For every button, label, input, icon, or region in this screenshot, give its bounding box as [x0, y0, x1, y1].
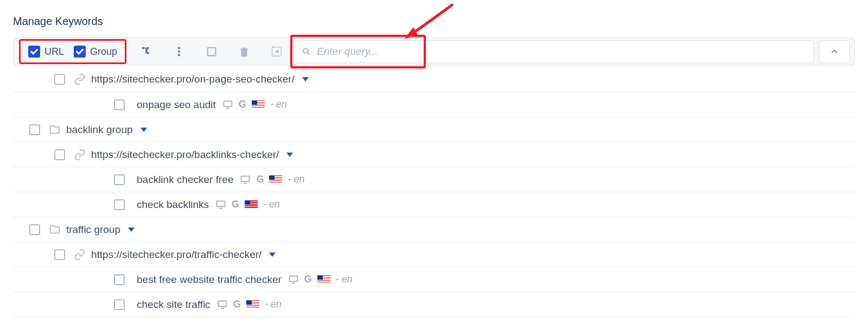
svg-rect-2 — [142, 47, 144, 49]
keyword-text: check site traffic — [137, 299, 210, 311]
row-checkbox[interactable] — [114, 199, 125, 210]
url-row[interactable]: https://sitechecker.pro/backlinks-checke… — [13, 142, 855, 167]
keyword-meta: G - en — [222, 99, 287, 110]
svg-rect-8 — [208, 48, 216, 56]
expand-caret-icon[interactable] — [286, 153, 293, 157]
svg-rect-5 — [178, 47, 180, 49]
keyword-text: check backlinks — [137, 199, 209, 211]
trash-icon[interactable] — [238, 46, 250, 58]
toolbar: URL Group — [13, 37, 855, 66]
desktop-icon — [240, 174, 251, 185]
svg-rect-20 — [218, 301, 226, 306]
expand-caret-icon[interactable] — [141, 128, 147, 132]
keyword-meta: G - en — [240, 174, 304, 185]
svg-rect-7 — [178, 54, 180, 56]
tree-view-icon[interactable] — [141, 46, 152, 58]
link-icon — [73, 249, 87, 261]
move-icon[interactable] — [271, 46, 283, 58]
keyword-tree: https://sitechecker.pro/on-page-seo-chec… — [13, 67, 855, 317]
flag-us-icon — [269, 175, 282, 184]
expand-caret-icon[interactable] — [269, 253, 276, 257]
search-input[interactable] — [317, 46, 806, 58]
select-all-icon[interactable] — [206, 46, 218, 58]
google-icon: G — [256, 174, 264, 185]
keyword-row[interactable]: check backlinks G - en — [13, 192, 855, 217]
keyword-text: backlink checker free — [137, 174, 233, 186]
row-checkbox[interactable] — [114, 99, 125, 110]
group-name: backlink group — [66, 124, 133, 136]
folder-icon — [48, 224, 62, 236]
svg-line-11 — [308, 53, 310, 55]
filter-group-checkbox[interactable]: Group — [74, 46, 117, 58]
page-title: Manage Keywords — [0, 0, 868, 37]
desktop-icon — [288, 274, 299, 285]
svg-rect-18 — [289, 276, 297, 281]
chevron-up-icon — [830, 47, 839, 56]
svg-rect-16 — [217, 201, 225, 206]
row-checkbox[interactable] — [29, 224, 40, 235]
lang-label: - en — [265, 299, 282, 310]
more-vertical-icon[interactable] — [173, 46, 185, 58]
svg-rect-6 — [178, 51, 180, 53]
search-field[interactable] — [293, 40, 814, 63]
row-checkbox[interactable] — [29, 124, 40, 135]
group-row[interactable]: traffic group — [13, 217, 855, 242]
expand-caret-icon[interactable] — [302, 77, 309, 81]
flag-us-icon — [245, 200, 258, 209]
link-icon — [73, 149, 87, 161]
row-checkbox[interactable] — [54, 149, 65, 160]
checkbox-checked-icon — [28, 46, 40, 58]
keyword-row[interactable]: backlink checker free G - en — [13, 167, 855, 192]
keyword-meta: G - en — [217, 299, 282, 310]
keyword-meta: G - en — [215, 199, 280, 210]
keyword-row[interactable]: onpage seo audit G - en — [13, 92, 855, 117]
url-text: https://sitechecker.pro/backlinks-checke… — [91, 149, 279, 161]
keyword-text: onpage seo audit — [137, 99, 216, 111]
svg-rect-12 — [224, 101, 232, 106]
lang-label: - en — [288, 174, 304, 185]
desktop-icon — [222, 99, 233, 110]
keyword-meta: G - en — [288, 274, 353, 285]
flag-us-icon — [317, 275, 330, 283]
svg-rect-14 — [241, 176, 250, 181]
row-checkbox[interactable] — [114, 274, 125, 285]
filter-url-label: URL — [44, 46, 64, 58]
filter-url-checkbox[interactable]: URL — [28, 46, 64, 58]
toolbar-icons — [132, 46, 283, 58]
keyword-row[interactable]: check site traffic G - en — [13, 292, 855, 317]
row-checkbox[interactable] — [114, 174, 125, 185]
keyword-text: best free website traffic checker — [137, 274, 282, 286]
lang-label: - en — [336, 274, 353, 285]
row-checkbox[interactable] — [114, 299, 125, 310]
url-row[interactable]: https://sitechecker.pro/on-page-seo-chec… — [13, 67, 855, 92]
link-icon — [73, 73, 87, 85]
desktop-icon — [215, 199, 226, 210]
folder-icon — [48, 124, 62, 136]
row-checkbox[interactable] — [54, 249, 65, 260]
filter-group-label: Group — [90, 46, 117, 58]
group-row[interactable]: backlink group — [13, 117, 855, 142]
google-icon: G — [239, 99, 246, 110]
desktop-icon — [217, 299, 228, 310]
lang-label: - en — [263, 199, 280, 210]
group-name: traffic group — [66, 224, 120, 236]
flag-us-icon — [252, 100, 265, 109]
filter-highlight-box: URL Group — [19, 39, 126, 64]
expand-caret-icon[interactable] — [128, 228, 135, 232]
search-icon — [302, 47, 311, 56]
keyword-row[interactable]: best free website traffic checker G - en — [13, 267, 855, 292]
url-row[interactable]: https://sitechecker.pro/traffic-checker/ — [13, 242, 855, 267]
row-checkbox[interactable] — [54, 74, 65, 85]
url-text: https://sitechecker.pro/traffic-checker/ — [91, 249, 261, 261]
collapse-toggle[interactable] — [819, 40, 850, 63]
google-icon: G — [232, 199, 239, 210]
lang-label: - en — [270, 99, 287, 110]
flag-us-icon — [246, 300, 259, 308]
google-icon: G — [304, 274, 312, 285]
url-text: https://sitechecker.pro/on-page-seo-chec… — [91, 73, 295, 85]
checkbox-checked-icon — [74, 46, 86, 58]
google-icon: G — [233, 299, 241, 310]
svg-point-10 — [303, 48, 308, 53]
